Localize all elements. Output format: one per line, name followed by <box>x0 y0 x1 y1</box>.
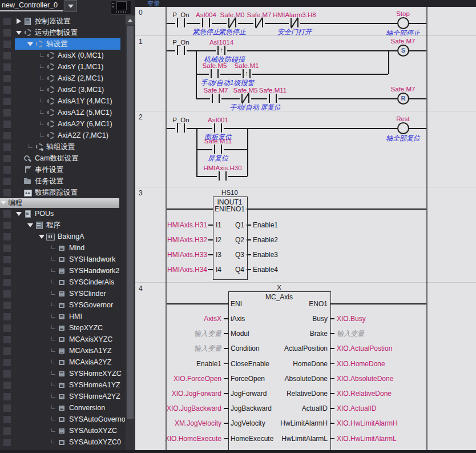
tree-item[interactable]: 控制器设置 <box>0 15 125 27</box>
scroll-up-button[interactable] <box>126 15 135 25</box>
expand-arrow-icon[interactable] <box>38 75 45 82</box>
fb-output-operand[interactable]: XIO.RelativeDone <box>337 390 392 398</box>
row-checkbox[interactable] <box>3 221 11 230</box>
fb-input-operand[interactable]: HMIAxis.H32 <box>135 236 207 244</box>
tree-item[interactable]: SYSHandwork2 <box>0 265 125 276</box>
row-checkbox[interactable] <box>3 324 11 332</box>
tree-item[interactable]: 运动控制设置 <box>0 27 125 38</box>
contact-rising-safe-m1[interactable]: ↑ <box>241 69 252 78</box>
operand-label[interactable]: Safe.M11 <box>204 138 232 145</box>
expand-arrow-icon[interactable] <box>50 336 57 343</box>
row-checkbox[interactable] <box>3 63 11 71</box>
expand-arrow-icon[interactable] <box>38 233 45 240</box>
operand-label[interactable]: Safe.M5 <box>233 87 258 94</box>
tree-item[interactable]: 轴组设置 <box>0 141 125 153</box>
row-checkbox[interactable] <box>3 177 11 186</box>
operand-label[interactable]: Safe.M1 <box>235 62 259 69</box>
contact-rising-asi1014[interactable]: ↑ <box>216 46 227 55</box>
row-checkbox[interactable] <box>3 347 11 355</box>
row-checkbox[interactable] <box>3 74 11 83</box>
row-checkbox[interactable] <box>3 392 11 401</box>
tree-item[interactable]: SYSHandwork <box>0 254 125 265</box>
contact-no-hmiaxis-h30[interactable] <box>217 171 228 181</box>
row-checkbox[interactable] <box>3 29 11 37</box>
contact-no-safe-m7[interactable] <box>210 94 221 103</box>
coil-rest[interactable] <box>397 122 409 134</box>
fb-output-operand[interactable]: XIO.HwLimitAlarmL <box>337 435 397 443</box>
operand-label[interactable]: HMIAlarm3.H8 <box>273 11 316 18</box>
fb-output-operand[interactable]: 输入变量 <box>337 329 364 339</box>
tree-item[interactable]: 程序 <box>0 219 125 231</box>
expand-arrow-icon[interactable] <box>15 18 22 25</box>
expand-arrow-icon[interactable] <box>50 416 57 423</box>
operand-label[interactable]: Safe.M0 <box>220 11 245 18</box>
tree-item[interactable]: 轴设置 <box>0 38 120 50</box>
coil-stop[interactable] <box>397 17 409 29</box>
row-checkbox[interactable] <box>3 278 11 287</box>
expand-arrow-icon[interactable] <box>50 393 57 400</box>
expand-arrow-icon[interactable] <box>50 404 57 411</box>
fb-input-operand[interactable]: HMIAxis.H31 <box>135 221 207 229</box>
contact-no-p-on[interactable] <box>175 123 187 133</box>
fb-input-operand[interactable]: 输入变量 <box>135 344 221 354</box>
fb-output-operand[interactable]: Enable2 <box>253 236 278 244</box>
fb-output-operand[interactable]: Enable3 <box>253 251 278 259</box>
row-checkbox[interactable] <box>3 97 11 106</box>
row-checkbox[interactable] <box>3 40 11 49</box>
row-checkbox[interactable] <box>3 232 11 241</box>
tree-item[interactable]: Mind <box>0 242 125 254</box>
tree-item[interactable]: AxisX (0,MC1) <box>0 50 125 61</box>
expand-arrow-icon[interactable] <box>50 359 57 366</box>
row-checkbox[interactable] <box>3 427 11 435</box>
expand-arrow-icon[interactable] <box>50 256 57 263</box>
expand-arrow-icon[interactable] <box>50 439 57 446</box>
expand-arrow-icon[interactable] <box>50 279 57 286</box>
row-checkbox[interactable] <box>3 290 11 298</box>
row-checkbox[interactable] <box>3 210 11 218</box>
tree-item[interactable]: BakingA <box>0 231 125 242</box>
row-checkbox[interactable] <box>3 267 11 275</box>
contact-nc-safe-m7[interactable] <box>253 18 265 27</box>
expand-arrow-icon[interactable] <box>50 324 57 331</box>
fb-input-operand[interactable]: Enable1 <box>135 360 221 368</box>
row-checkbox[interactable] <box>3 86 11 94</box>
row-checkbox[interactable] <box>3 255 11 264</box>
operand-label[interactable]: AsI001 <box>208 117 228 123</box>
tree-item[interactable]: AxisA1Y (4,MC1) <box>0 95 125 107</box>
expand-arrow-icon[interactable] <box>38 86 45 93</box>
tree-item[interactable]: MCAxisA2YZ <box>0 356 125 368</box>
row-checkbox[interactable] <box>3 301 11 310</box>
expand-arrow-icon[interactable] <box>50 267 57 274</box>
tree-item[interactable]: SYSAutoXYZC0 <box>0 436 125 448</box>
expand-arrow-icon[interactable] <box>50 370 57 377</box>
contact-no-safe-m11[interactable] <box>267 94 279 103</box>
expand-arrow-icon[interactable] <box>15 210 22 217</box>
fb-input-operand[interactable]: XIO.ForceOpen <box>135 375 221 383</box>
row-checkbox[interactable] <box>3 120 11 129</box>
row-checkbox[interactable] <box>3 131 11 140</box>
tree-item[interactable]: Cam数据设置 <box>0 153 125 164</box>
tree-item[interactable]: 编程 <box>0 198 119 208</box>
ladder-canvas[interactable]: 0 P_On AsI004 紧急停止 Safe.M0 紧急停止 Safe.M7 … <box>135 7 476 450</box>
fb-instance-name[interactable]: X <box>228 284 330 291</box>
expand-arrow-icon[interactable] <box>50 302 57 308</box>
fb-instance-name[interactable]: HS10 <box>213 189 247 196</box>
tree-scrollbar[interactable] <box>126 15 135 450</box>
operand-label[interactable]: HMIAxis.H30 <box>203 165 241 171</box>
operand-label[interactable]: Safe.M7 <box>247 11 272 18</box>
tree-item[interactable]: SYSHomeXYZC <box>0 368 125 379</box>
operand-label[interactable]: Safe.M7 <box>391 38 416 45</box>
fb-input-operand[interactable]: AxisX <box>135 315 221 323</box>
fb-output-operand[interactable]: XIO.Busy <box>337 315 366 323</box>
contact-nc-safe-m5[interactable] <box>240 94 251 103</box>
fb-input-operand[interactable]: 输入变量 <box>135 329 221 339</box>
rung-1[interactable]: 1 P_On ↑ AsI1014 机械收防碰撞 Safe.M5 手动/自动 ↑ … <box>135 35 476 111</box>
function-block-inout1[interactable] <box>213 197 248 280</box>
expand-arrow-icon[interactable] <box>50 382 57 388</box>
expand-arrow-icon[interactable] <box>38 52 45 59</box>
fb-input-operand[interactable]: XM.JogVelocity <box>135 419 221 427</box>
row-checkbox[interactable] <box>3 438 11 447</box>
operand-label[interactable]: AsI1014 <box>209 39 233 46</box>
row-checkbox[interactable] <box>3 17 11 26</box>
operand-label[interactable]: Safe.M11 <box>259 87 287 94</box>
